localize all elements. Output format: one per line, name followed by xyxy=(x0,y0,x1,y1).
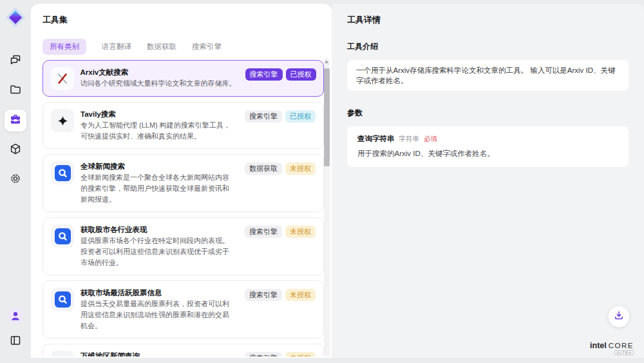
parameter-card: 查询字符串 字符串 必填 用于搜索的Arxiv ID、关键字或作者姓名。 xyxy=(347,126,629,167)
tool-category-badge: 搜索引擎 xyxy=(245,110,282,123)
category-tab-3[interactable]: 搜索引擎 xyxy=(192,39,222,55)
arxiv-icon xyxy=(51,67,74,90)
sidebar-item-collapse[interactable] xyxy=(7,333,24,350)
intro-heading: 工具介绍 xyxy=(347,41,629,52)
gear-icon xyxy=(9,172,22,188)
tool-category-badge: 搜索引擎 xyxy=(245,289,282,301)
tool-auth-badge: 已授权 xyxy=(286,68,316,81)
sidebar-item-tools[interactable] xyxy=(5,110,26,132)
tool-list-scrollbar[interactable] xyxy=(324,58,330,357)
tool-description: 提供股票市场各个行业在特定时间段内的表现。投资者可以利用这些信息来识别表现优于或… xyxy=(80,235,236,268)
news-search-icon xyxy=(51,288,74,311)
sidebar-item-packages[interactable] xyxy=(5,139,26,161)
tool-auth-badge: 未授权 xyxy=(285,289,316,301)
tool-list: Arxiv文献搜索访问各个研究领域大量科学论文和文章的存储库。搜索引擎已授权Ta… xyxy=(43,60,324,357)
chat-icon xyxy=(9,54,22,69)
tool-details-panel: 工具详情 工具介绍 一个用于从Arxiv存储库搜索科学论文和文章的工具。 输入可… xyxy=(332,4,644,358)
brand-core-text: core xyxy=(609,342,634,349)
tool-auth-badge: 未授权 xyxy=(285,162,316,175)
tool-name: 获取市场最活跃股票信息 xyxy=(80,288,236,299)
category-tab-0[interactable]: 所有类别 xyxy=(43,39,86,55)
parameter-required-flag: 必填 xyxy=(424,135,437,144)
details-panel-title: 工具详情 xyxy=(347,14,629,26)
tool-name: 获取股市各行业表现 xyxy=(80,224,236,235)
tool-card[interactable]: 获取股市各行业表现提供股票市场各个行业在特定时间段内的表现。投资者可以利用这些信… xyxy=(43,217,324,275)
category-tabs: 所有类别语言翻译数据获取搜索引擎 xyxy=(43,39,324,54)
tool-description: 访问各个研究领域大量科学论文和文章的存储库。 xyxy=(80,78,236,89)
folder-icon xyxy=(9,83,22,99)
intel-core-logo: intel core Ultra xyxy=(590,341,634,350)
tool-category-badge: 搜索引擎 xyxy=(245,68,283,81)
tool-name: 全球新闻搜索 xyxy=(80,161,236,172)
tool-category-badge: 搜索引擎 xyxy=(245,226,282,238)
download-icon xyxy=(614,310,624,323)
main-area: 工具集 所有类别语言翻译数据获取搜索引擎 Arxiv文献搜索访问各个研究领域大量… xyxy=(31,4,644,358)
category-tab-1[interactable]: 语言翻译 xyxy=(102,39,131,55)
tool-auth-badge: 未授权 xyxy=(285,352,316,357)
tool-card[interactable]: Tavily搜索专为人工智能代理 (LLM) 构建的搜索引擎工具，可快速提供实时… xyxy=(43,102,324,149)
tool-card[interactable]: 获取市场最活跃股票信息提供当天交易量最高的股票列表，投资者可以利用这些信息来识别… xyxy=(43,280,324,338)
tool-description: 全球新闻搜索是一个聚合全球各大新闻网站内容的搜索引擎，帮助用户快速获取全球最新资… xyxy=(80,172,236,205)
tool-name: Arxiv文献搜索 xyxy=(80,67,236,78)
left-sidebar xyxy=(0,0,31,363)
tool-auth-badge: 已授权 xyxy=(285,110,316,123)
sidebar-item-settings[interactable] xyxy=(5,169,26,191)
tool-intro-text: 一个用于从Arxiv存储库搜索科学论文和文章的工具。 输入可以是Arxiv ID… xyxy=(347,60,629,91)
scrollbar-up-arrow-icon[interactable] xyxy=(325,60,328,63)
toolbox-icon xyxy=(9,113,22,128)
news-search-icon xyxy=(51,161,74,184)
tools-panel-title: 工具集 xyxy=(43,14,324,26)
tool-card[interactable]: 万维地区新闻查询查询具体行政区划内的新闻，快速了解各地新闻动搜索引擎未授权 xyxy=(43,344,324,357)
tool-auth-badge: 未授权 xyxy=(285,226,316,238)
user-avatar-icon xyxy=(8,308,23,326)
sparkle-icon xyxy=(51,109,74,132)
newspaper-icon xyxy=(51,351,74,357)
download-button[interactable] xyxy=(608,306,630,328)
news-search-icon xyxy=(51,224,74,248)
tool-name: Tavily搜索 xyxy=(80,109,236,120)
tool-card[interactable]: Arxiv文献搜索访问各个研究领域大量科学论文和文章的存储库。搜索引擎已授权 xyxy=(43,60,324,97)
brand-intel-text: intel xyxy=(590,341,607,350)
category-tab-2[interactable]: 数据获取 xyxy=(147,39,176,55)
scrollbar-thumb[interactable] xyxy=(324,68,330,166)
tool-description: 提供当天交易量最高的股票列表，投资者可以利用这些信息来识别流动性强的股票和潜在的… xyxy=(80,299,236,331)
tools-panel: 工具集 所有类别语言翻译数据获取搜索引擎 Arxiv文献搜索访问各个研究领域大量… xyxy=(31,4,332,358)
parameter-type: 字符串 xyxy=(399,135,420,144)
sidebar-item-chat[interactable] xyxy=(5,50,26,72)
tool-category-badge: 数据获取 xyxy=(245,162,282,175)
sidebar-item-account[interactable] xyxy=(7,309,24,326)
params-heading: 参数 xyxy=(347,108,629,119)
tool-card[interactable]: 全球新闻搜索全球新闻搜索是一个聚合全球各大新闻网站内容的搜索引擎，帮助用户快速获… xyxy=(43,154,324,212)
parameter-name: 查询字符串 xyxy=(357,134,395,144)
tool-description: 专为人工智能代理 (LLM) 构建的搜索引擎工具，可快速提供实时、准确和真实的结… xyxy=(80,120,236,142)
brand-badge: Ultra xyxy=(614,350,634,355)
sidebar-item-files[interactable] xyxy=(5,80,26,102)
panel-toggle-icon xyxy=(10,335,21,349)
cube-icon xyxy=(9,142,22,158)
app-logo xyxy=(5,6,26,28)
tool-name: 万维地区新闻查询 xyxy=(80,351,236,357)
parameter-description: 用于搜索的Arxiv ID、关键字或作者姓名。 xyxy=(357,148,618,159)
tool-category-badge: 搜索引擎 xyxy=(245,352,282,357)
